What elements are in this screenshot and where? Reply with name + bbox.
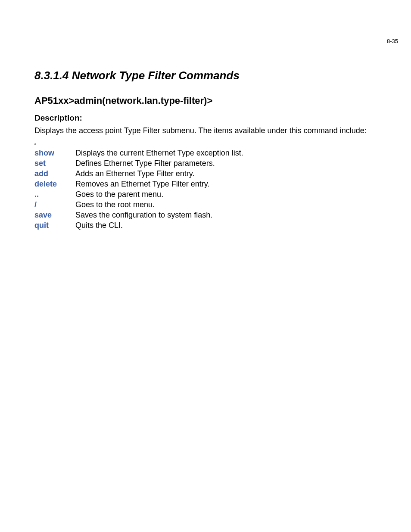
- table-row: save Saves the configuration to system f…: [34, 210, 243, 221]
- cmd-desc: Saves the configuration to system flash.: [75, 210, 243, 221]
- cmd-desc: Displays the current Ethernet Type excep…: [75, 148, 243, 159]
- table-row: .. Goes to the parent menu.: [34, 190, 243, 200]
- section-title: 8.3.1.4 Network Type Filter Commands: [34, 69, 385, 82]
- cmd-name: ..: [34, 190, 75, 200]
- table-row: set Defines Ethernet Type Filter paramet…: [34, 159, 243, 169]
- cmd-name: set: [34, 159, 75, 169]
- page-number: 8-35: [387, 38, 398, 44]
- cmd-desc: Goes to the parent menu.: [75, 190, 243, 200]
- table-row: add Adds an Ethernet Type Filter entry.: [34, 169, 243, 179]
- page-content: 8.3.1.4 Network Type Filter Commands AP5…: [34, 69, 385, 231]
- cmd-name: /: [34, 200, 75, 210]
- cmd-desc: Goes to the root menu.: [75, 200, 243, 210]
- cmd-desc: Quits the CLI.: [75, 221, 243, 231]
- tiny-mark: 0: [34, 143, 385, 146]
- description-text: Displays the access point Type Filter su…: [34, 126, 385, 135]
- cmd-name: add: [34, 169, 75, 179]
- table-row: show Displays the current Ethernet Type …: [34, 148, 243, 159]
- table-row: delete Removes an Ethernet Type Filter e…: [34, 179, 243, 190]
- cmd-desc: Removes an Ethernet Type Filter entry.: [75, 179, 243, 190]
- cmd-desc: Adds an Ethernet Type Filter entry.: [75, 169, 243, 179]
- description-label: Description:: [34, 113, 385, 123]
- cmd-name: show: [34, 148, 75, 159]
- cmd-name: save: [34, 210, 75, 221]
- cmd-desc: Defines Ethernet Type Filter parameters.: [75, 159, 243, 169]
- command-table: show Displays the current Ethernet Type …: [34, 148, 243, 231]
- cmd-name: delete: [34, 179, 75, 190]
- table-row: / Goes to the root menu.: [34, 200, 243, 210]
- cmd-name: quit: [34, 221, 75, 231]
- table-row: quit Quits the CLI.: [34, 221, 243, 231]
- prompt-line: AP51xx>admin(network.lan.type-filter)>: [34, 95, 385, 106]
